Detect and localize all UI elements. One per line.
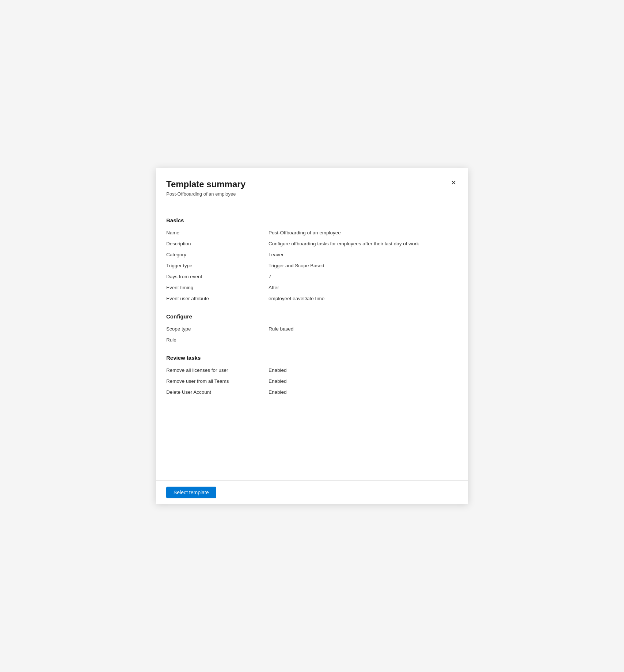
field-value-trigger-type: Trigger and Scope Based	[269, 263, 458, 268]
field-value-days-from-event: 7	[269, 274, 458, 279]
field-name: Name Post-Offboarding of an employee	[166, 228, 458, 239]
field-trigger-type: Trigger type Trigger and Scope Based	[166, 261, 458, 272]
field-event-user-attribute: Event user attribute employeeLeaveDateTi…	[166, 294, 458, 305]
review-tasks-heading: Review tasks	[166, 355, 458, 361]
field-label-scope-type: Scope type	[166, 326, 269, 332]
field-event-timing: Event timing After	[166, 283, 458, 294]
dialog-content: Basics Name Post-Offboarding of an emplo…	[156, 203, 468, 480]
dialog-subtitle: Post-Offboarding of an employee	[166, 191, 456, 197]
basics-heading: Basics	[166, 217, 458, 223]
field-value-event-timing: After	[269, 285, 458, 290]
template-summary-dialog: Template summary Post-Offboarding of an …	[156, 168, 468, 504]
field-label-remove-teams: Remove user from all Teams	[166, 378, 269, 384]
field-label-event-user-attribute: Event user attribute	[166, 296, 269, 301]
field-category: Category Leaver	[166, 250, 458, 261]
field-label-rule: Rule	[166, 337, 269, 343]
field-label-trigger-type: Trigger type	[166, 263, 269, 268]
field-value-description: Configure offboarding tasks for employee…	[269, 241, 458, 246]
field-value-delete-account: Enabled	[269, 389, 458, 395]
field-label-description: Description	[166, 241, 269, 246]
select-template-button[interactable]: Select template	[166, 487, 216, 498]
field-delete-account: Delete User Account Enabled	[166, 387, 458, 398]
field-scope-type: Scope type Rule based	[166, 324, 458, 335]
field-value-name: Post-Offboarding of an employee	[269, 230, 458, 235]
field-remove-licenses: Remove all licenses for user Enabled	[166, 365, 458, 376]
field-days-from-event: Days from event 7	[166, 272, 458, 283]
dialog-header: Template summary Post-Offboarding of an …	[156, 168, 468, 203]
close-button[interactable]: ✕	[448, 177, 459, 189]
close-icon: ✕	[451, 179, 456, 187]
field-value-remove-licenses: Enabled	[269, 367, 458, 373]
field-value-category: Leaver	[269, 252, 458, 257]
field-value-event-user-attribute: employeeLeaveDateTime	[269, 296, 458, 301]
field-description: Description Configure offboarding tasks …	[166, 239, 458, 250]
field-label-category: Category	[166, 252, 269, 257]
dialog-title: Template summary	[166, 178, 456, 190]
field-value-scope-type: Rule based	[269, 326, 458, 332]
field-value-remove-teams: Enabled	[269, 378, 458, 384]
dialog-footer: Select template	[156, 480, 468, 504]
field-label-name: Name	[166, 230, 269, 235]
field-label-delete-account: Delete User Account	[166, 389, 269, 395]
field-rule: Rule	[166, 335, 458, 346]
field-remove-teams: Remove user from all Teams Enabled	[166, 376, 458, 387]
field-label-days-from-event: Days from event	[166, 274, 269, 279]
field-label-remove-licenses: Remove all licenses for user	[166, 367, 269, 373]
configure-heading: Configure	[166, 313, 458, 320]
field-label-event-timing: Event timing	[166, 285, 269, 290]
